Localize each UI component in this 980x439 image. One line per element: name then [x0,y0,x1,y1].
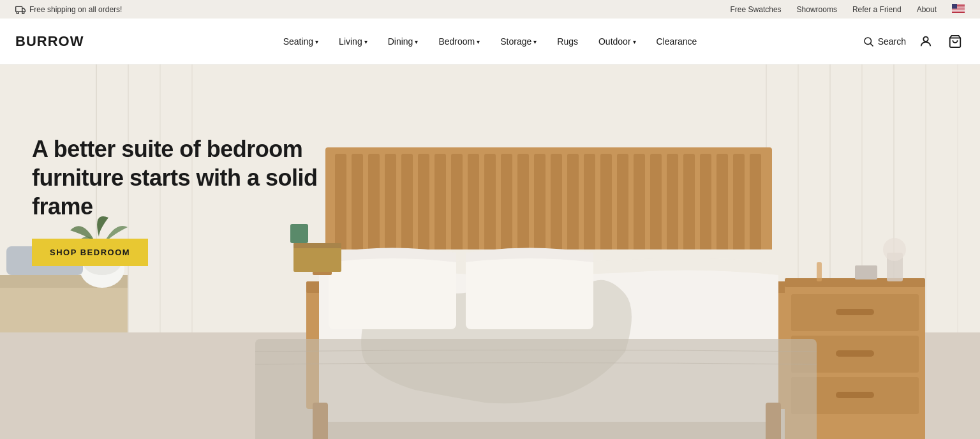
hero-content: A better suite of bedroom furniture star… [32,135,325,266]
truck-icon [15,5,26,14]
nav-storage-label: Storage [500,36,531,47]
shop-bedroom-button[interactable]: SHOP BEDROOM [32,239,148,266]
nav-item-rugs[interactable]: Rugs [549,31,586,52]
svg-rect-79 [836,350,874,357]
svg-rect-9 [952,11,965,12]
hero-section: A better suite of bedroom furniture star… [0,64,980,439]
svg-rect-30 [0,288,128,332]
cart-icon [948,34,962,48]
svg-point-1 [17,11,19,13]
svg-rect-28 [957,64,958,332]
topnav-about[interactable]: About [917,5,937,14]
svg-rect-65 [329,253,456,329]
svg-rect-27 [925,64,926,332]
nav-item-clearance[interactable]: Clearance [649,31,705,52]
search-trigger[interactable]: Search [863,36,906,47]
cart-button[interactable] [946,32,965,51]
svg-line-12 [870,43,873,46]
nav-seating-label: Seating [283,36,313,47]
svg-point-11 [865,38,872,45]
nav-item-living[interactable]: Living ▾ [331,31,375,52]
svg-rect-74 [785,278,925,287]
brand-logo[interactable]: BURROW [15,33,84,50]
svg-rect-66 [466,253,593,329]
nav-living-label: Living [339,36,362,47]
shipping-text: Free shipping on all orders! [29,5,122,14]
chevron-down-icon: ▾ [415,38,418,45]
svg-point-13 [923,36,928,41]
chevron-down-icon: ▾ [315,38,318,45]
svg-rect-86 [817,262,822,281]
navbar-actions: Search [863,32,965,51]
svg-rect-80 [836,392,874,398]
announcement-text: Free shipping on all orders! [15,5,122,14]
nav-clearance-label: Clearance [657,36,697,47]
topnav-showrooms[interactable]: Showrooms [797,5,837,14]
account-button[interactable] [916,32,935,51]
hero-title: A better suite of bedroom furniture star… [32,135,325,221]
chevron-down-icon: ▾ [533,38,537,45]
svg-point-2 [22,11,24,13]
nav-item-seating[interactable]: Seating ▾ [276,31,326,52]
nav-item-bedroom[interactable]: Bedroom ▾ [431,31,487,52]
svg-rect-0 [16,6,22,11]
nav-dining-label: Dining [388,36,413,47]
main-navbar: BURROW Seating ▾ Living ▾ Dining ▾ Bedro… [0,19,980,64]
user-icon [919,34,933,48]
svg-rect-85 [855,265,877,279]
nav-item-storage[interactable]: Storage ▾ [493,31,544,52]
svg-rect-7 [952,9,965,10]
topnav-links: Free Swatches Showrooms Refer a Friend A… [731,4,965,15]
nav-outdoor-label: Outdoor [598,36,631,47]
flag-us-icon [952,4,965,15]
chevron-down-icon: ▾ [633,38,636,45]
search-icon [863,36,874,47]
announcement-bar: Free shipping on all orders! Free Swatch… [0,0,980,19]
svg-rect-87 [255,339,817,439]
nav-item-outdoor[interactable]: Outdoor ▾ [591,31,644,52]
svg-rect-78 [836,309,874,315]
topnav-refer-friend[interactable]: Refer a Friend [852,5,902,14]
svg-point-84 [883,238,906,261]
svg-rect-8 [952,10,965,11]
nav-rugs-label: Rugs [557,36,578,47]
chevron-down-icon: ▾ [364,38,368,45]
topnav-free-swatches[interactable]: Free Swatches [731,5,782,14]
nav-bedroom-label: Bedroom [438,36,475,47]
main-nav: Seating ▾ Living ▾ Dining ▾ Bedroom ▾ St [276,31,705,52]
chevron-down-icon: ▾ [477,38,480,45]
svg-rect-10 [952,4,957,9]
nav-item-dining[interactable]: Dining ▾ [380,31,426,52]
search-label: Search [878,36,906,47]
